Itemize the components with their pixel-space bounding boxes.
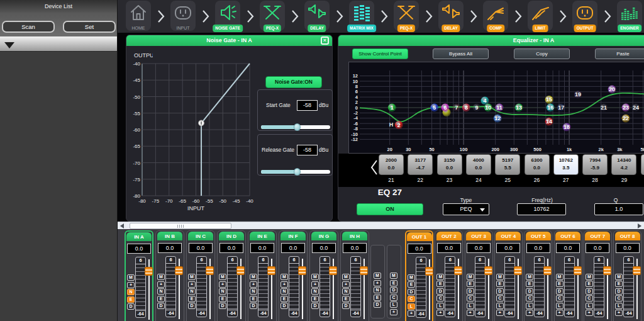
channel-gain-value[interactable]: 0.0 bbox=[586, 243, 609, 253]
scan-button[interactable]: Scan bbox=[2, 21, 55, 33]
channel-button-l[interactable]: L bbox=[390, 301, 397, 308]
eq-point-13[interactable]: 13 bbox=[515, 104, 523, 112]
band-scroll-left-icon[interactable] bbox=[370, 159, 379, 176]
channel-tab[interactable]: IN E bbox=[250, 232, 275, 240]
eq-point-19[interactable]: 19 bbox=[574, 91, 582, 98]
channel-button-d[interactable]: D bbox=[467, 288, 474, 295]
equalizer-plot[interactable]: 121086420-2-4-6-8-10-1220305010020030050… bbox=[348, 62, 644, 154]
channel-button-plus[interactable]: + bbox=[127, 282, 135, 288]
toolbar-item-comp[interactable]: COMP bbox=[483, 1, 508, 33]
channel-button-n[interactable]: N bbox=[311, 288, 319, 295]
release-gate-slider-handle[interactable] bbox=[294, 168, 301, 176]
channel-button-d[interactable]: D bbox=[526, 288, 533, 295]
eq-point-21[interactable]: 21 bbox=[600, 104, 608, 111]
close-icon[interactable]: × bbox=[321, 37, 329, 45]
channel-button-c[interactable]: C bbox=[615, 295, 623, 301]
channel-button-e[interactable]: E bbox=[586, 281, 593, 287]
scroll-right-icon[interactable] bbox=[637, 223, 642, 228]
channel-button-e[interactable]: E bbox=[342, 296, 350, 302]
eq-point-23[interactable]: 23 bbox=[622, 104, 630, 112]
channel-button-m[interactable]: M bbox=[467, 274, 474, 280]
channel-strip-out-4[interactable]: OUT 4 0.0 MEDCL+ 6 -64 bbox=[494, 230, 523, 321]
channel-button-c[interactable]: C bbox=[586, 295, 593, 301]
channel-strip-in-g[interactable]: IN G 0.0 M+NED 6 -64 bbox=[309, 230, 338, 321]
noise-gate-graph[interactable]: OUTPUT-40-45-50-55-60-65-70-75-80-80-75-… bbox=[130, 50, 259, 217]
master-output-strip[interactable]: MEDCL+ bbox=[387, 245, 401, 318]
fader-handle[interactable] bbox=[329, 266, 337, 275]
band-cell-27[interactable]: 107623.5 bbox=[553, 154, 579, 175]
channel-button-l[interactable]: L bbox=[467, 303, 474, 309]
channel-button-n[interactable]: N bbox=[374, 287, 381, 293]
release-gate-slider[interactable] bbox=[261, 170, 330, 174]
eq-point-20[interactable]: 20 bbox=[608, 86, 616, 94]
channel-button-d[interactable]: D bbox=[556, 288, 564, 295]
channel-button-m[interactable]: M bbox=[556, 274, 564, 280]
channel-tab[interactable]: IN B bbox=[157, 232, 182, 240]
channel-gain-value[interactable]: 0.0 bbox=[158, 243, 182, 253]
eq-point-22[interactable]: 22 bbox=[622, 115, 630, 123]
band-on-button[interactable]: ON bbox=[357, 203, 423, 215]
eq-point-2[interactable]: 2 bbox=[395, 121, 403, 129]
channel-button-e[interactable]: E bbox=[157, 296, 165, 302]
channel-button-l[interactable]: L bbox=[408, 303, 415, 310]
band-cell-30[interactable]: 200000.0 bbox=[641, 154, 644, 175]
channel-button-d[interactable]: D bbox=[250, 303, 257, 309]
channel-tab[interactable]: IN F bbox=[280, 232, 306, 240]
toolbar-item-home[interactable]: HOME bbox=[126, 1, 151, 33]
channel-button-d[interactable]: D bbox=[219, 303, 226, 309]
channel-button-m[interactable]: M bbox=[157, 274, 165, 280]
q-input[interactable]: 1.0 bbox=[594, 203, 643, 215]
channel-gain-value[interactable]: 0.0 bbox=[556, 243, 580, 253]
scroll-left-icon[interactable] bbox=[119, 223, 125, 228]
channel-button-m[interactable]: M bbox=[280, 274, 288, 280]
channel-button-d[interactable]: D bbox=[342, 303, 350, 309]
toolbar-item-output[interactable]: OUTPUT bbox=[572, 1, 597, 33]
eq-point-24[interactable]: 24 bbox=[632, 104, 640, 111]
paste-button[interactable]: Paste bbox=[595, 48, 644, 59]
channel-button-plus[interactable]: + bbox=[615, 310, 623, 316]
channel-tab[interactable]: OUT 5 bbox=[526, 232, 551, 240]
toolbar-item-delay[interactable]: DELAY bbox=[304, 1, 330, 33]
fader-handle[interactable] bbox=[574, 266, 582, 275]
channel-button-e[interactable]: E bbox=[188, 296, 196, 302]
channel-button-m[interactable]: M bbox=[526, 274, 533, 280]
channel-strip-in-h[interactable]: IN H 0.0 M+NED 6 -64 bbox=[340, 230, 369, 321]
toolbar-item-noise-gate[interactable]: NOISE GATE bbox=[215, 1, 240, 33]
channel-gain-value[interactable]: 0.0 bbox=[219, 243, 243, 253]
type-dropdown[interactable]: PEQ bbox=[443, 203, 489, 215]
channel-tab[interactable]: IN D bbox=[219, 232, 244, 240]
fader-handle[interactable] bbox=[175, 266, 183, 275]
channel-button-n[interactable]: N bbox=[280, 288, 288, 295]
channel-button-c[interactable]: C bbox=[408, 296, 415, 302]
channel-button-e[interactable]: E bbox=[496, 281, 504, 287]
channel-button-plus[interactable]: + bbox=[250, 281, 257, 288]
eq-point-7[interactable]: 7 bbox=[453, 104, 460, 111]
channel-button-plus[interactable]: + bbox=[496, 310, 504, 316]
channel-button-n[interactable]: N bbox=[219, 288, 226, 295]
fader-handle[interactable] bbox=[514, 266, 522, 275]
toolbar-item-peq-x-out[interactable]: PEQ-X bbox=[394, 1, 419, 33]
channel-button-l[interactable]: L bbox=[496, 303, 504, 309]
channel-button-m[interactable]: M bbox=[436, 274, 444, 280]
channel-button-d[interactable]: D bbox=[157, 303, 165, 309]
channel-tab[interactable]: IN G bbox=[311, 232, 336, 240]
channel-button-plus[interactable]: + bbox=[436, 310, 444, 316]
channel-gain-value[interactable]: 0.0 bbox=[127, 244, 151, 254]
channel-tab[interactable]: OUT 3 bbox=[466, 232, 491, 240]
fader-handle[interactable] bbox=[603, 266, 611, 275]
fader-handle[interactable] bbox=[298, 266, 306, 275]
channel-button-e[interactable]: E bbox=[556, 281, 564, 287]
channel-button-e[interactable]: E bbox=[219, 296, 226, 302]
channel-tab[interactable]: IN H bbox=[342, 232, 367, 240]
channel-button-e[interactable]: E bbox=[127, 296, 135, 303]
channel-button-plus[interactable]: + bbox=[556, 310, 564, 316]
channel-button-e[interactable]: E bbox=[408, 281, 415, 288]
band-cell-22[interactable]: 3177-4.7 bbox=[408, 154, 433, 175]
channel-strip-in-e[interactable]: IN E 0.0 M+NED 6 -64 bbox=[248, 230, 277, 321]
channel-button-e[interactable]: E bbox=[250, 296, 257, 302]
channel-tab[interactable]: OUT 6 bbox=[555, 232, 580, 240]
release-gate-value[interactable]: -58 bbox=[297, 145, 318, 155]
toolbar-item-enginer[interactable]: ENGINER bbox=[617, 1, 642, 33]
channel-button-d[interactable]: D bbox=[436, 288, 444, 295]
channel-button-d[interactable]: D bbox=[188, 303, 196, 309]
